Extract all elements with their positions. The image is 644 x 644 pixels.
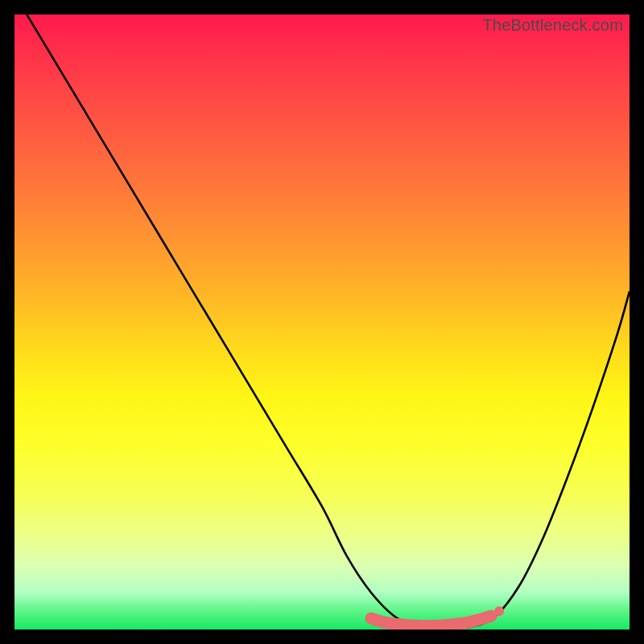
marker-overlay [371,606,504,625]
marker-end-dot [494,606,504,616]
bottleneck-curve [14,14,630,630]
plot-area: TheBottleneck.com [14,14,630,630]
chart-frame: TheBottleneck.com [0,0,644,644]
main-curve-path [27,14,630,628]
marker-body [371,616,491,625]
